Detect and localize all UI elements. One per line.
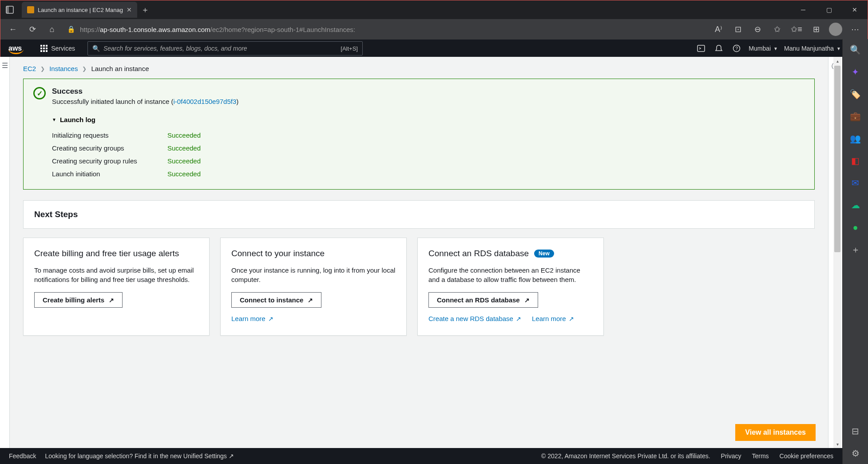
tab-close-icon[interactable]: ✕ [127,6,132,13]
aws-favicon [27,6,34,13]
feedback-link[interactable]: Feedback [9,452,36,460]
search-placeholder: Search for services, features, blogs, do… [103,45,247,52]
footer-lang-text: Looking for language selection? Find it … [45,452,234,460]
sidebar-outlook-icon[interactable]: ✉ [849,177,862,189]
account-menu[interactable]: Manu Manjunatha ▼ [784,45,841,52]
collections-icon[interactable]: ⊞ [807,20,825,38]
zoom-icon[interactable]: ⊖ [749,20,766,38]
browser-menu-button[interactable]: ⋯ [846,20,864,38]
translate-icon[interactable]: ⊡ [729,20,747,38]
favorite-icon[interactable]: ✩ [768,20,786,38]
launch-log-heading: Launch log [60,116,95,123]
external-link-icon: ↗ [516,315,521,322]
chevron-right-icon: ❯ [40,66,45,72]
favorites-bar-icon[interactable]: ✩≡ [788,20,805,38]
privacy-link[interactable]: Privacy [721,452,741,460]
sidebar-sparkle-icon[interactable]: ✦ [849,66,862,78]
hamburger-icon[interactable]: ☰ [2,61,8,70]
browser-tab[interactable]: Launch an instance | EC2 Manag ✕ [22,2,137,18]
browser-home-button[interactable]: ⌂ [43,20,61,38]
footer-copyright: © 2022, Amazon Internet Services Private… [541,452,710,460]
next-steps-heading: Next Steps [23,200,815,229]
success-subtitle: Successfully initiated launch of instanc… [52,98,238,105]
log-row: Creating security groupsSucceeded [52,142,805,155]
window-minimize-button[interactable]: ─ [790,0,816,19]
read-aloud-icon[interactable]: A⁾ [709,20,727,38]
success-subtitle-pre: Successfully initiated launch of instanc… [52,98,173,105]
log-row: Launch initiationSucceeded [52,167,805,180]
scrollbar[interactable]: ▴ ▾ [833,57,841,448]
chevron-right-icon: ❯ [82,66,87,72]
connect-rds-database-button[interactable]: Connect an RDS database ↗ [428,292,538,308]
triangle-down-icon: ▼ [52,117,56,122]
region-label: Mumbai [749,45,771,52]
create-rds-database-link[interactable]: Create a new RDS database↗ [428,315,521,322]
button-label: Create billing alerts [43,296,104,304]
chevron-down-icon: ▼ [773,46,778,51]
help-icon[interactable]: ? [731,43,742,54]
view-all-instances-button[interactable]: View all instances [735,424,816,441]
sidebar-shopping-icon[interactable]: 🏷️ [849,88,862,100]
external-link-icon: ↗ [569,315,574,322]
tile-connect-instance: Connect to your instance Once your insta… [220,238,407,336]
unified-settings-link[interactable]: Unified Settings ↗ [183,452,234,460]
address-bar[interactable]: 🔒 https://ap-south-1.console.aws.amazon.… [63,21,708,37]
scroll-thumb[interactable] [834,66,840,252]
launch-log-toggle[interactable]: ▼ Launch log [52,116,805,123]
scroll-up-button[interactable]: ▴ [833,57,841,65]
external-link-icon: ↗ [109,297,114,304]
window-maximize-button[interactable]: ▢ [816,0,842,19]
learn-more-link[interactable]: Learn more↗ [231,315,273,322]
breadcrumb-current: Launch an instance [91,65,149,72]
aws-search-input[interactable]: 🔍 Search for services, features, blogs, … [87,41,363,56]
cloudshell-icon[interactable] [695,43,707,54]
services-menu-button[interactable]: Services [36,42,79,55]
sidebar-people-icon[interactable]: 👥 [849,132,862,145]
aws-logo[interactable]: aws [0,44,30,52]
tile-desc: Configure the connection between an EC2 … [428,266,593,284]
external-link-icon: ↗ [524,297,530,304]
breadcrumb-ec2[interactable]: EC2 [23,65,36,72]
profile-button[interactable] [827,20,844,38]
left-rail: ☰ [0,57,10,464]
browser-back-button[interactable]: ← [4,20,22,38]
edge-sidebar: 🔍 ✦ 🏷️ 💼 👥 ◧ ✉ ☁ ● ＋ ⊟ ⚙ [842,39,868,464]
user-label: Manu Manjunatha [784,45,834,52]
log-row: Initializing requestsSucceeded [52,129,805,142]
sidebar-office-icon[interactable]: ◧ [849,155,862,167]
tile-title: Create billing and free tier usage alert… [34,249,198,258]
sidebar-collapse-icon[interactable]: ⊟ [849,425,862,437]
site-info-icon[interactable]: 🔒 [67,25,75,33]
sidebar-tools-icon[interactable]: 💼 [849,110,862,123]
search-kbd-hint: [Alt+S] [341,45,358,52]
sidebar-search-icon[interactable]: 🔍 [849,44,862,56]
notifications-icon[interactable] [713,43,725,54]
create-billing-alerts-button[interactable]: Create billing alerts ↗ [34,292,123,308]
tile-title: Connect to your instance [231,249,396,258]
url-path: /ec2/home?region=ap-south-1#LaunchInstan… [210,26,355,33]
sidebar-settings-icon[interactable]: ⚙ [849,447,862,460]
connect-to-instance-button[interactable]: Connect to instance ↗ [231,292,321,308]
url-host: ap-south-1.console.aws.amazon.com [100,26,210,33]
browser-refresh-button[interactable]: ⟳ [24,20,41,38]
svg-rect-1 [6,6,9,13]
new-badge: New [534,250,554,258]
cookie-preferences-link[interactable]: Cookie preferences [780,452,833,460]
services-grid-icon [40,45,48,52]
sidebar-add-icon[interactable]: ＋ [849,243,862,256]
tab-overview-button[interactable] [0,0,19,19]
instance-id-link[interactable]: i-0f4002d150e97d5f3 [173,98,236,105]
next-steps-tiles: Create billing and free tier usage alert… [23,238,815,336]
terms-link[interactable]: Terms [752,452,769,460]
breadcrumb-instances[interactable]: Instances [49,65,78,72]
learn-more-link[interactable]: Learn more↗ [532,315,574,322]
search-icon: 🔍 [92,45,100,52]
window-close-button[interactable]: ✕ [842,0,868,19]
new-tab-button[interactable]: ＋ [137,2,153,18]
sidebar-drop-icon[interactable]: ☁ [849,199,862,211]
region-selector[interactable]: Mumbai ▼ [749,45,778,52]
tile-rds-database: Connect an RDS database New Configure th… [417,238,604,336]
scroll-down-button[interactable]: ▾ [833,440,841,448]
main-content: EC2 ❯ Instances ❯ Launch an instance ✓ S… [10,57,828,464]
sidebar-spotify-icon[interactable]: ● [849,221,862,234]
